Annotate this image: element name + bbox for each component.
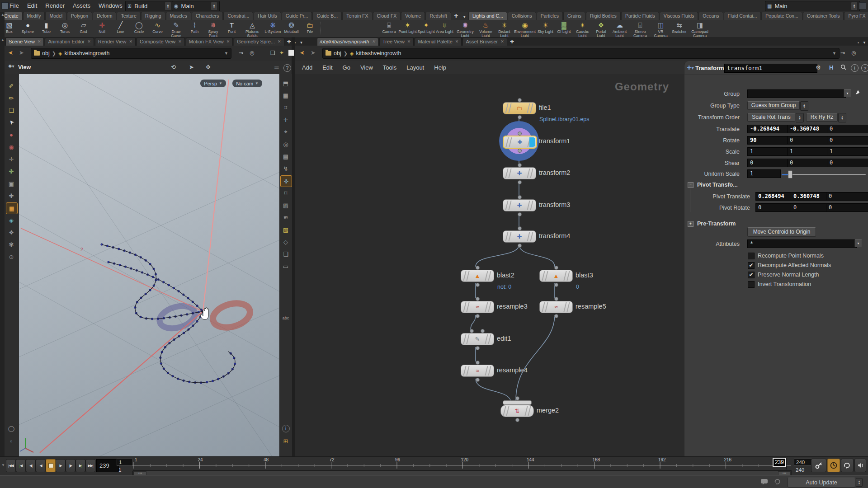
shelf-tool-volume-light[interactable]: ♨Volume Light <box>476 20 495 37</box>
shelf-tool-circle[interactable]: ◯Circle <box>130 20 148 37</box>
shelf-tool-font[interactable]: TFont <box>222 20 241 37</box>
back-icon[interactable]: ➤ <box>300 49 305 56</box>
node-input-dot[interactable] <box>518 163 522 167</box>
shelf-tool-environment-light[interactable]: ◉Environment Light <box>514 20 536 37</box>
node-output-dot[interactable] <box>518 115 522 119</box>
node-output-dot[interactable] <box>554 283 558 287</box>
shelf-tab-texture[interactable]: Texture <box>117 12 140 20</box>
scene-breadcrumb[interactable]: obj ❯ ◈ kitbashveingrowth ▼ <box>31 48 231 59</box>
splitter-arrow-icon[interactable]: ▲ <box>1 38 5 42</box>
network-menu-help[interactable]: Help <box>429 61 451 74</box>
chevron-down-icon[interactable]: ▼ <box>224 51 228 56</box>
dropdown-spinner[interactable]: ▲▼ <box>838 113 846 122</box>
shelf-tool-vr-camera[interactable]: ◫VR Camera <box>651 20 670 37</box>
light-icon[interactable]: ✦ <box>279 50 284 56</box>
section-header[interactable]: Pivot Transfo... <box>697 182 738 188</box>
shelf-tab-rigid-bodies[interactable]: Rigid Bodies <box>586 12 621 20</box>
pin-icon[interactable]: ⊸ <box>840 50 845 56</box>
close-icon[interactable]: ✕ <box>38 39 41 44</box>
node-flags-left[interactable] <box>502 406 510 416</box>
main-spinner[interactable]: ▲▼ <box>211 2 217 10</box>
viewport-tool-icon[interactable]: ● <box>6 129 17 140</box>
param-value-field[interactable]: 1 <box>747 147 791 156</box>
pane-tab-render-view[interactable]: Render View✕ <box>95 38 136 46</box>
shelf-tab-oceans[interactable]: Oceans <box>698 12 723 20</box>
shelf-tool-camera[interactable]: ⌸Camera <box>380 20 398 37</box>
param-value-field[interactable]: 0.360748 <box>791 192 827 201</box>
viewport-tool-icon[interactable]: ◯ <box>6 423 17 434</box>
node-flags-right[interactable] <box>484 271 492 281</box>
viewport-tool-icon[interactable]: ✚ <box>6 190 17 201</box>
shelf-tab-guide-pr-[interactable]: Guide Pr... <box>282 12 312 20</box>
display-flag-active[interactable] <box>529 137 535 147</box>
param-value-field[interactable]: 0 <box>787 136 830 145</box>
take-selector[interactable]: ▦ Main ▲▼ <box>765 1 860 11</box>
shelf-tab-cloud-fx[interactable]: Cloud FX <box>373 12 401 20</box>
shelf-tool-null[interactable]: ✛Null <box>93 20 111 37</box>
pane-tab-asset-browser[interactable]: Asset Browser✕ <box>462 38 507 46</box>
forward-icon[interactable]: ➤ <box>19 49 24 56</box>
node-label[interactable]: transform3 <box>539 201 570 208</box>
node-flags-right[interactable] <box>563 271 571 281</box>
node-label[interactable]: transform1 <box>539 137 570 145</box>
shelf-tool-gi-light[interactable]: ▓GI Light <box>555 20 573 37</box>
view-orbit-icon[interactable]: ⟲ <box>171 64 176 70</box>
viewport-tool-icon[interactable]: ✏ <box>6 93 17 103</box>
shelf-tab-model[interactable]: Model <box>45 12 66 20</box>
select-arrow-icon[interactable] <box>856 90 860 96</box>
range-handle-left[interactable]: ••• <box>134 471 146 475</box>
viewport-display-icon[interactable]: ⌖ <box>280 127 291 137</box>
view-menu-icon[interactable]: ✺▾ <box>8 64 14 69</box>
shelf-tool-file[interactable]: 🗀File <box>301 20 319 37</box>
follow-icon[interactable]: ◎ <box>851 50 856 56</box>
node-output-dot[interactable] <box>518 212 522 216</box>
node-label[interactable]: transform2 <box>539 169 570 176</box>
param-value-field[interactable]: 0 <box>827 159 868 167</box>
node-flags-right[interactable] <box>526 169 534 178</box>
param-value-field[interactable]: -0.360748 <box>787 125 830 133</box>
shelf-add-icon[interactable]: ✚ <box>452 12 460 20</box>
splitter-arrow-icon[interactable]: ▲ <box>1 13 5 17</box>
viewport-tool-icon[interactable]: ⊙ <box>6 251 17 262</box>
menu-render[interactable]: Render <box>41 0 69 11</box>
key-button[interactable] <box>811 459 826 472</box>
close-icon[interactable]: ✕ <box>226 39 230 44</box>
loop-mode-button[interactable] <box>841 459 854 472</box>
viewport-tool-icon[interactable]: ▦ <box>6 202 18 214</box>
viewport-tool-icon[interactable]: ❏ <box>6 105 17 116</box>
viewport-display-icon[interactable]: ⌑ <box>280 188 291 198</box>
node-flags-right[interactable] <box>524 406 532 416</box>
viewport-display-icon[interactable]: ▧ <box>280 224 291 235</box>
node-flags-right[interactable] <box>484 366 492 375</box>
checkbox[interactable] <box>748 281 755 288</box>
persp-button[interactable]: Persp▼ <box>200 80 226 87</box>
shelf-tab-deform[interactable]: Deform <box>93 12 116 20</box>
display-options-icon[interactable]: ⚌ <box>274 64 279 70</box>
node-edit1[interactable]: ✎ <box>461 333 494 345</box>
shelf-tab-populate-con-[interactable]: Populate Con... <box>761 12 802 20</box>
pane-tab-menu-icon[interactable]: ▼ <box>298 41 305 46</box>
param-value-field[interactable]: 0 <box>787 159 830 167</box>
param-value-field[interactable]: 1 <box>787 147 830 156</box>
node-output-dot[interactable] <box>518 149 522 153</box>
checkbox-checked[interactable]: ✔ <box>748 262 755 269</box>
node-resample4[interactable]: ≈ <box>461 365 494 377</box>
node-flags-right[interactable] <box>526 201 534 210</box>
shelf-tab-container-tools[interactable]: Container Tools <box>803 12 844 20</box>
node-input-dot[interactable] <box>481 329 485 333</box>
pane-tab-tree-view[interactable]: Tree View✕ <box>379 38 414 46</box>
param-value-field[interactable]: 0 <box>827 125 868 133</box>
node-input-dot[interactable] <box>518 98 522 102</box>
shelf-tool-metaball[interactable]: ❂Metaball <box>282 20 301 37</box>
menu-assets[interactable]: Assets <box>69 0 94 11</box>
menu-windows[interactable]: Windows <box>94 0 127 11</box>
pane-tab-composite-view[interactable]: Composite View✕ <box>137 38 185 46</box>
param-value-field[interactable]: 0 <box>826 192 868 201</box>
node-transform1[interactable]: ✚ <box>503 136 537 149</box>
shelf-tool-sky-light[interactable]: ☀Sky Light <box>536 20 555 37</box>
shelf-tab-particle-fluids[interactable]: Particle Fluids <box>621 12 659 20</box>
shelf-tab-viscous-fluids[interactable]: Viscous Fluids <box>660 12 698 20</box>
viewport-display-icon[interactable]: ≋ <box>280 212 291 223</box>
close-icon[interactable]: ✕ <box>178 39 182 44</box>
param-value-field[interactable]: 0 <box>791 203 827 212</box>
